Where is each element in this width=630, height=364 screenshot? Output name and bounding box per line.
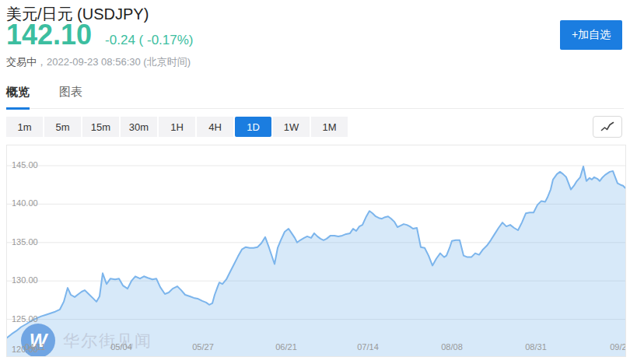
x-axis-label: 05/04 xyxy=(110,342,132,352)
y-axis-label: 130.00 xyxy=(12,275,38,285)
price-chart[interactable]: W 华尔街见闻 145.00140.00135.00130.00125.0012… xyxy=(6,145,626,357)
trading-status: 交易中，2022-09-23 08:56:30 (北京时间) xyxy=(6,55,191,69)
y-axis-label: 135.00 xyxy=(12,237,38,247)
usdjpy-quote-page: { "header": { "title": "美元/日元 (USDJPY)",… xyxy=(0,0,630,364)
range-button-30m[interactable]: 30m xyxy=(121,117,157,137)
add-watchlist-button[interactable]: +加自选 xyxy=(560,20,622,50)
range-toolbar: 1m5m15m30m1H4H1D1W1M xyxy=(6,117,348,137)
chart-type-button[interactable] xyxy=(593,116,622,138)
tabs-divider xyxy=(6,108,624,109)
x-axis-label: 04/11 xyxy=(25,342,46,352)
range-button-5m[interactable]: 5m xyxy=(44,117,81,137)
x-axis-label: 07/14 xyxy=(357,342,379,352)
trading-status-label: 交易中 xyxy=(6,56,37,68)
range-button-1D[interactable]: 1D xyxy=(235,117,271,137)
tab-overview[interactable]: 概览 xyxy=(6,85,30,110)
range-button-4H[interactable]: 4H xyxy=(197,117,233,137)
x-axis-label: 06/21 xyxy=(275,342,297,352)
tab-chart[interactable]: 图表 xyxy=(59,85,82,110)
watermark: W 华尔街见闻 xyxy=(21,324,152,357)
last-price: 142.10 xyxy=(6,22,92,48)
y-axis-label: 140.00 xyxy=(12,198,38,208)
trading-status-time: ，2022-09-23 08:56:30 (北京时间) xyxy=(37,56,191,68)
range-button-1W[interactable]: 1W xyxy=(273,117,310,137)
tab-bar: 概览 图表 xyxy=(6,85,82,110)
watermark-text: 华尔街见闻 xyxy=(63,330,152,352)
range-button-1M[interactable]: 1M xyxy=(311,117,348,137)
line-chart-icon xyxy=(600,121,614,133)
x-axis-label: 08/31 xyxy=(525,342,547,352)
x-axis-label: 05/27 xyxy=(192,342,214,352)
range-button-1m[interactable]: 1m xyxy=(6,117,43,137)
x-axis-label: 08/08 xyxy=(441,342,463,352)
range-button-1H[interactable]: 1H xyxy=(159,117,195,137)
range-button-15m[interactable]: 15m xyxy=(82,117,119,137)
price-row: 142.10 -0.24 ( -0.17%) xyxy=(6,22,194,48)
y-axis-label: 145.00 xyxy=(12,160,38,170)
price-change: -0.24 ( -0.17%) xyxy=(105,33,193,48)
y-axis-label: 125.00 xyxy=(12,314,38,324)
x-axis-label: 09/23 xyxy=(610,342,626,352)
